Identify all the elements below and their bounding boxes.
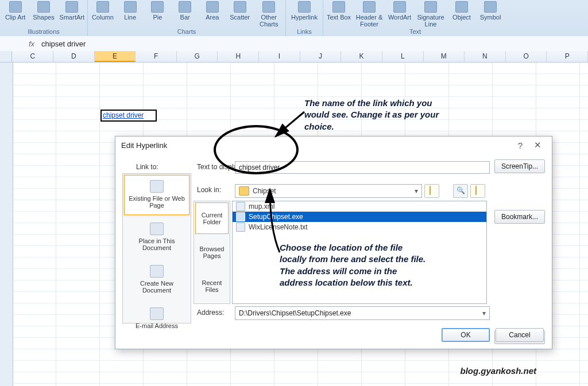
- ribbon-area[interactable]: Area: [199, 0, 226, 21]
- column-header-I[interactable]: I: [259, 51, 300, 62]
- annotation-mid: Choose the location of the file locally …: [280, 242, 429, 288]
- document-bookmark-icon: [150, 223, 164, 235]
- cancel-button[interactable]: Cancel: [496, 328, 544, 342]
- bar-chart-icon: [179, 1, 191, 13]
- clip-art-icon: [9, 1, 22, 13]
- ribbon-shapes[interactable]: Shapes: [29, 0, 57, 21]
- header-footer-icon: [363, 1, 376, 13]
- address-combobox[interactable]: D:\Drivers\Chipset\SetupChipset.exe: [235, 306, 490, 320]
- area-chart-icon: [206, 1, 219, 13]
- column-header-F[interactable]: F: [136, 51, 177, 62]
- fx-icon[interactable]: fx: [0, 40, 38, 48]
- column-header-D[interactable]: D: [53, 51, 95, 62]
- shapes-icon: [37, 1, 50, 13]
- dialog-title: Edit Hyperlink: [121, 141, 167, 150]
- address-value: D:\Drivers\Chipset\SetupChipset.exe: [239, 309, 351, 317]
- hyperlink-icon: [298, 1, 311, 13]
- ribbon-column[interactable]: Column: [89, 0, 117, 21]
- text-box-icon: [332, 1, 345, 13]
- browse-mode-list: Current Folder Browsed Pages Recent File…: [194, 201, 230, 304]
- folder-up-icon: [430, 186, 431, 195]
- look-in-value: Chipset: [253, 187, 276, 195]
- ribbon-clip-art[interactable]: Clip Art: [1, 0, 29, 21]
- ribbon-text-box[interactable]: Text Box: [324, 0, 353, 21]
- browse-current-folder[interactable]: Current Folder: [195, 202, 229, 234]
- ribbon-other-charts[interactable]: Other Charts: [254, 0, 284, 28]
- column-header-J[interactable]: J: [300, 51, 342, 62]
- select-all-corner[interactable]: [0, 51, 12, 62]
- link-to-label: Link to:: [136, 163, 158, 171]
- browse-browsed-pages[interactable]: Browsed Pages: [195, 236, 229, 268]
- ribbon-hyperlink[interactable]: Hyperlink: [287, 0, 322, 21]
- column-header-E[interactable]: E: [95, 51, 136, 62]
- browse-recent-files[interactable]: Recent Files: [195, 271, 229, 302]
- dialog-help-button[interactable]: ?: [512, 141, 529, 150]
- new-document-icon: [150, 265, 164, 278]
- link-dest-existing-file[interactable]: Existing File or Web Page: [124, 175, 189, 215]
- ribbon-pie[interactable]: Pie: [144, 0, 172, 21]
- ribbon-group-label: Charts: [88, 28, 285, 36]
- pie-chart-icon: [151, 1, 164, 13]
- ribbon-line[interactable]: Line: [117, 0, 144, 21]
- link-dest-place-in-doc[interactable]: Place in This Document: [124, 217, 189, 258]
- formula-input[interactable]: [38, 37, 588, 50]
- link-dest-email[interactable]: E-mail Address: [124, 302, 189, 336]
- address-label: Address:: [197, 309, 224, 317]
- other-charts-icon: [262, 1, 275, 13]
- exe-file-icon: [236, 212, 245, 221]
- dialog-close-button[interactable]: ✕: [529, 140, 546, 150]
- xml-file-icon: [236, 202, 245, 211]
- ribbon-group-label: Illustrations: [0, 28, 87, 36]
- watermark: blog.gyankosh.net: [460, 366, 536, 376]
- symbol-icon: [484, 1, 497, 13]
- annotation-top: The name of the link which you would see…: [304, 98, 454, 132]
- ribbon: Clip Art Shapes SmartArt Illustrations C…: [0, 0, 588, 37]
- email-icon: [150, 307, 164, 320]
- browse-web-button[interactable]: 🔍: [453, 184, 468, 198]
- ribbon-scatter[interactable]: Scatter: [226, 0, 254, 21]
- look-in-label: Look in:: [197, 186, 221, 194]
- ribbon-smartart[interactable]: SmartArt: [58, 0, 86, 21]
- column-header-L[interactable]: L: [382, 51, 424, 62]
- ribbon-object[interactable]: Object: [447, 0, 476, 21]
- text-to-display-input[interactable]: [235, 161, 490, 174]
- formula-bar: fx: [0, 36, 588, 52]
- column-header-C[interactable]: C: [12, 51, 53, 62]
- column-chart-icon: [96, 1, 109, 13]
- txt-file-icon: [236, 223, 245, 232]
- column-header-N[interactable]: N: [465, 51, 506, 62]
- file-item[interactable]: mup.xml: [233, 201, 486, 212]
- link-dest-create-new[interactable]: Create New Document: [124, 260, 189, 300]
- column-header-O[interactable]: O: [506, 51, 547, 62]
- smartart-icon: [65, 1, 78, 13]
- line-chart-icon: [124, 1, 137, 13]
- column-header-H[interactable]: H: [218, 51, 259, 62]
- bookmark-button[interactable]: Bookmark...: [494, 210, 545, 224]
- ok-button[interactable]: OK: [442, 328, 490, 342]
- globe-page-icon: [150, 180, 164, 193]
- folder-icon: [239, 186, 249, 196]
- column-header-M[interactable]: M: [424, 51, 465, 62]
- ribbon-group-label: Links: [286, 28, 323, 36]
- object-icon: [455, 1, 468, 13]
- up-one-level-button[interactable]: [424, 184, 439, 198]
- ribbon-header-footer[interactable]: Header & Footer: [353, 0, 385, 28]
- column-header-G[interactable]: G: [177, 51, 218, 62]
- row-headers: [0, 63, 13, 386]
- column-headers: CDEFGHIJKLMNOP: [0, 51, 588, 63]
- cell-hyperlink[interactable]: chipset driver: [100, 110, 157, 122]
- file-item[interactable]: WixLicenseNote.txt: [233, 222, 486, 232]
- scatter-chart-icon: [234, 1, 246, 13]
- ribbon-bar[interactable]: Bar: [171, 0, 199, 21]
- ribbon-symbol[interactable]: Symbol: [476, 0, 505, 21]
- screentip-button[interactable]: ScreenTip...: [494, 159, 545, 173]
- ribbon-signature-line[interactable]: Signature Line: [414, 0, 447, 28]
- file-item-selected[interactable]: SetupChipset.exe: [233, 212, 486, 222]
- browse-file-button[interactable]: [470, 184, 485, 198]
- signature-icon: [424, 1, 437, 13]
- column-header-K[interactable]: K: [341, 51, 382, 62]
- look-in-dropdown[interactable]: Chipset: [235, 184, 422, 198]
- column-header-P[interactable]: P: [547, 51, 588, 62]
- wordart-icon: [393, 1, 406, 13]
- ribbon-wordart[interactable]: WordArt: [385, 0, 414, 21]
